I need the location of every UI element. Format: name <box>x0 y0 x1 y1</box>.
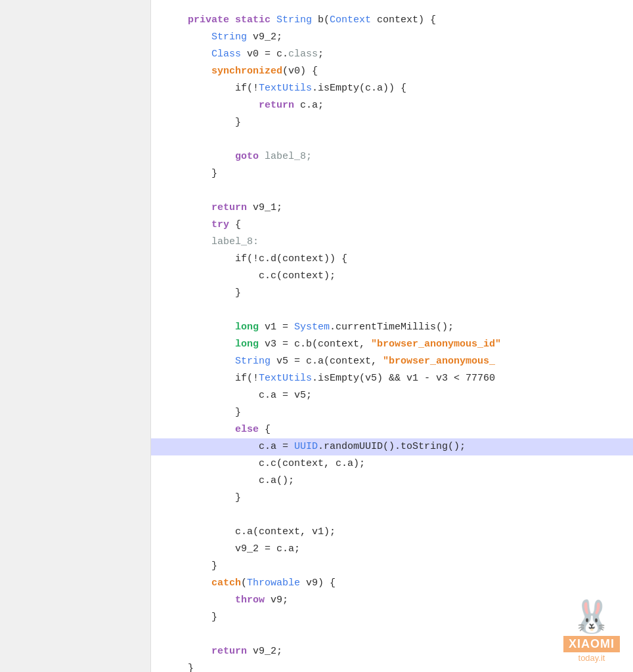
code-token: return <box>259 97 300 114</box>
code-token: if(! <box>164 80 259 97</box>
watermark-brand: XIAOMI <box>563 636 620 652</box>
code-token: c.c(context); <box>164 268 336 285</box>
code-token: ; <box>318 46 324 63</box>
code-line: c.a(); <box>151 472 633 490</box>
code-token: TextUtils <box>259 80 312 97</box>
code-token: v0 = c. <box>247 46 288 63</box>
code-token: Class <box>211 46 247 63</box>
code-token <box>164 217 211 234</box>
code-token: b( <box>318 12 330 29</box>
code-line: if(!TextUtils.isEmpty(c.a)) { <box>151 80 633 97</box>
code-token: } <box>164 660 194 672</box>
watermark: 🐰 XIAOMI today.it <box>563 603 620 663</box>
code-token: { <box>265 421 271 438</box>
code-line: private static String b(Context context)… <box>151 12 633 29</box>
code-line: long v1 = System.currentTimeMillis(); <box>151 319 633 336</box>
code-token: private <box>164 12 235 29</box>
code-line: c.c(context); <box>151 268 633 285</box>
code-line: if(!TextUtils.isEmpty(v5) && v1 - v3 < 7… <box>151 370 633 387</box>
code-area[interactable]: private static String b(Context context)… <box>151 0 633 672</box>
code-token: ( <box>241 575 247 592</box>
code-token: v3 = c.b(context, <box>265 336 371 353</box>
code-line: } <box>151 165 633 182</box>
code-line: } <box>151 404 633 421</box>
code-token: try <box>211 217 235 234</box>
code-token <box>164 353 235 370</box>
code-token: if(! <box>164 370 259 387</box>
code-token <box>164 575 211 592</box>
code-token: } <box>164 404 241 421</box>
code-line: throw v9; <box>151 592 633 609</box>
code-token: v9; <box>271 592 288 609</box>
code-token <box>164 234 211 251</box>
code-token: .randomUUID().toString(); <box>318 438 466 455</box>
code-line: } <box>151 660 633 672</box>
code-line <box>151 507 633 524</box>
code-token: c.a(context, v1); <box>164 524 336 541</box>
code-token: label_8: <box>211 234 259 251</box>
code-line: String v5 = c.a(context, "browser_anonym… <box>151 353 633 370</box>
code-token: v1 = <box>265 319 294 336</box>
code-token: c.c(context, c.a); <box>164 455 365 472</box>
code-token: if(!c.d(context)) { <box>164 251 347 268</box>
code-token: (v0) { <box>282 63 318 80</box>
code-line: c.c(context, c.a); <box>151 455 633 472</box>
code-token: UUID <box>294 438 318 455</box>
code-token <box>164 592 235 609</box>
code-token: catch <box>211 575 241 592</box>
code-token: } <box>164 558 217 575</box>
code-token: v9_1; <box>253 200 282 217</box>
code-token: { <box>235 217 241 234</box>
code-token: long <box>235 336 265 353</box>
code-token: c.a = <box>164 438 294 455</box>
code-token: .isEmpty(v5) && v1 - v3 < 77760 <box>312 370 495 387</box>
code-token: v9_2 = c.a; <box>164 541 300 558</box>
code-line: v9_2 = c.a; <box>151 541 633 558</box>
code-token: } <box>164 609 217 626</box>
code-token: c.a; <box>300 97 324 114</box>
code-line: c.a(context, v1); <box>151 524 633 541</box>
code-container: private static String b(Context context)… <box>0 0 633 672</box>
code-token: static <box>235 12 276 29</box>
code-token: .isEmpty(c.a)) { <box>312 80 406 97</box>
code-token <box>164 63 211 80</box>
code-line: label_8: <box>151 234 633 251</box>
code-token: "browser_anonymous_id" <box>371 336 501 353</box>
watermark-site: today.it <box>578 653 605 663</box>
code-line: Class v0 = c.class; <box>151 46 633 63</box>
code-token: v5 = c.a(context, <box>276 353 383 370</box>
code-token <box>164 148 235 165</box>
left-gutter <box>0 0 151 672</box>
code-token <box>164 97 259 114</box>
code-line: c.a = v5; <box>151 387 633 404</box>
code-token: long <box>235 319 265 336</box>
code-token: } <box>164 165 217 182</box>
code-token: v9_2; <box>253 643 282 660</box>
code-token: } <box>164 114 241 131</box>
code-line: } <box>151 490 633 507</box>
code-token: return <box>211 643 253 660</box>
code-token: c.a = v5; <box>164 387 312 404</box>
code-token <box>164 319 235 336</box>
code-token: } <box>164 490 241 507</box>
code-line <box>151 626 633 643</box>
code-line <box>151 182 633 200</box>
code-token: throw <box>235 592 271 609</box>
code-token: c.a(); <box>164 472 294 490</box>
code-token <box>164 29 211 46</box>
code-line <box>151 131 633 148</box>
code-token: v9_2; <box>253 29 282 46</box>
code-line: } <box>151 558 633 575</box>
code-line <box>151 302 633 319</box>
code-line: else { <box>151 421 633 438</box>
code-token: System <box>294 319 330 336</box>
code-token: String <box>235 353 276 370</box>
code-token: String <box>276 12 318 29</box>
code-line: String v9_2; <box>151 29 633 46</box>
code-line: c.a = UUID.randomUUID().toString(); <box>151 438 633 455</box>
code-line: return v9_1; <box>151 200 633 217</box>
code-token: String <box>211 29 253 46</box>
code-token: goto <box>235 148 265 165</box>
code-token <box>164 643 211 660</box>
code-token <box>164 421 235 438</box>
